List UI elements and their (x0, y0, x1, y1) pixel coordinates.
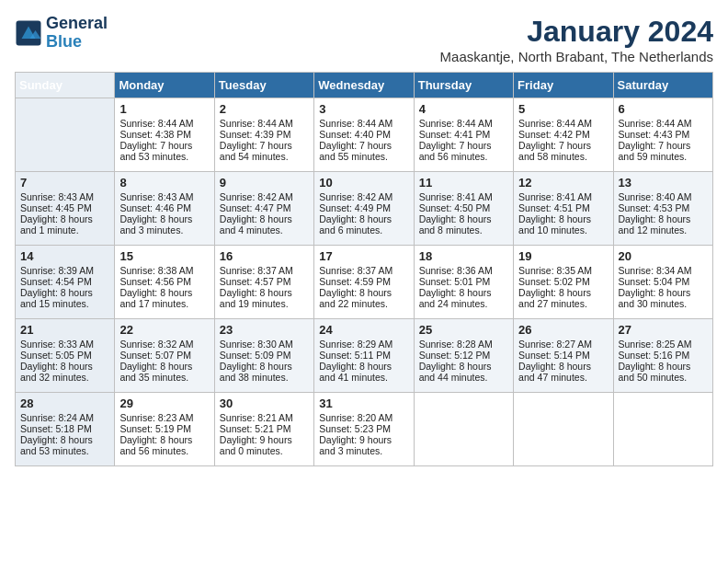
day-number: 19 (518, 249, 608, 263)
calendar-cell: 31Sunrise: 8:20 AMSunset: 5:23 PMDayligh… (314, 393, 414, 466)
day-number: 18 (419, 249, 508, 263)
sunset-time: Sunset: 4:54 PM (20, 276, 109, 287)
calendar-cell (16, 98, 115, 172)
sunset-time: Sunset: 4:51 PM (518, 202, 608, 213)
day-number: 29 (119, 396, 209, 410)
sunset-time: Sunset: 5:01 PM (419, 276, 508, 287)
sunrise-time: Sunrise: 8:21 AM (220, 412, 309, 423)
sunrise-time: Sunrise: 8:36 AM (419, 265, 508, 276)
calendar-cell (414, 393, 513, 466)
sunrise-time: Sunrise: 8:41 AM (518, 191, 608, 202)
sunset-time: Sunset: 5:02 PM (518, 276, 608, 287)
day-number: 22 (119, 323, 209, 337)
column-header-monday: Monday (115, 73, 214, 98)
daylight-hours: Daylight: 8 hours and 27 minutes. (518, 287, 608, 309)
day-number: 24 (319, 323, 408, 337)
sunrise-time: Sunrise: 8:43 AM (119, 191, 209, 202)
calendar-cell: 15Sunrise: 8:38 AMSunset: 4:56 PMDayligh… (115, 246, 214, 319)
calendar-cell: 23Sunrise: 8:30 AMSunset: 5:09 PMDayligh… (214, 319, 313, 393)
calendar-cell: 29Sunrise: 8:23 AMSunset: 5:19 PMDayligh… (115, 393, 214, 466)
sunrise-time: Sunrise: 8:40 AM (619, 191, 708, 202)
day-number: 28 (20, 396, 109, 410)
daylight-hours: Daylight: 8 hours and 53 minutes. (20, 434, 109, 456)
daylight-hours: Daylight: 8 hours and 44 minutes. (419, 361, 508, 383)
week-row-5: 28Sunrise: 8:24 AMSunset: 5:18 PMDayligh… (16, 393, 713, 466)
sunrise-time: Sunrise: 8:38 AM (119, 265, 209, 276)
sunset-time: Sunset: 4:40 PM (319, 129, 408, 140)
day-number: 17 (319, 249, 408, 263)
sunrise-time: Sunrise: 8:43 AM (20, 191, 109, 202)
sunset-time: Sunset: 5:07 PM (119, 350, 209, 361)
location: Maaskantje, North Brabant, The Netherlan… (440, 49, 713, 64)
sunset-time: Sunset: 4:59 PM (319, 276, 408, 287)
sunrise-time: Sunrise: 8:41 AM (419, 191, 508, 202)
week-row-1: 1Sunrise: 8:44 AMSunset: 4:38 PMDaylight… (16, 98, 713, 172)
sunset-time: Sunset: 5:18 PM (20, 423, 109, 434)
calendar-cell: 4Sunrise: 8:44 AMSunset: 4:41 PMDaylight… (414, 98, 513, 172)
day-number: 23 (220, 323, 309, 337)
calendar-cell: 26Sunrise: 8:27 AMSunset: 5:14 PMDayligh… (514, 319, 613, 393)
sunrise-time: Sunrise: 8:44 AM (619, 118, 708, 129)
calendar-cell: 17Sunrise: 8:37 AMSunset: 4:59 PMDayligh… (314, 246, 414, 319)
sunset-time: Sunset: 4:50 PM (419, 202, 508, 213)
calendar-cell: 10Sunrise: 8:42 AMSunset: 4:49 PMDayligh… (314, 172, 414, 246)
title-block: January 2024 Maaskantje, North Brabant, … (440, 15, 713, 64)
day-number: 14 (20, 249, 109, 263)
sunrise-time: Sunrise: 8:37 AM (220, 265, 309, 276)
daylight-hours: Daylight: 7 hours and 56 minutes. (419, 140, 508, 162)
sunrise-time: Sunrise: 8:34 AM (619, 265, 708, 276)
calendar-cell: 20Sunrise: 8:34 AMSunset: 5:04 PMDayligh… (613, 246, 712, 319)
calendar-cell: 8Sunrise: 8:43 AMSunset: 4:46 PMDaylight… (115, 172, 214, 246)
sunrise-time: Sunrise: 8:44 AM (419, 118, 508, 129)
sunset-time: Sunset: 4:57 PM (220, 276, 309, 287)
day-number: 31 (319, 396, 408, 410)
daylight-hours: Daylight: 8 hours and 32 minutes. (20, 361, 109, 383)
calendar-cell: 22Sunrise: 8:32 AMSunset: 5:07 PMDayligh… (115, 319, 214, 393)
day-number: 9 (220, 176, 309, 190)
calendar-cell: 1Sunrise: 8:44 AMSunset: 4:38 PMDaylight… (115, 98, 214, 172)
sunrise-time: Sunrise: 8:27 AM (518, 339, 608, 350)
sunrise-time: Sunrise: 8:39 AM (20, 265, 109, 276)
sunrise-time: Sunrise: 8:28 AM (419, 339, 508, 350)
calendar-cell: 3Sunrise: 8:44 AMSunset: 4:40 PMDaylight… (314, 98, 414, 172)
sunrise-time: Sunrise: 8:44 AM (119, 118, 209, 129)
column-header-saturday: Saturday (613, 73, 712, 98)
sunset-time: Sunset: 4:53 PM (619, 202, 708, 213)
day-number: 25 (419, 323, 508, 337)
sunrise-time: Sunrise: 8:29 AM (319, 339, 408, 350)
daylight-hours: Daylight: 8 hours and 3 minutes. (119, 213, 209, 236)
daylight-hours: Daylight: 9 hours and 0 minutes. (220, 434, 309, 456)
sunset-time: Sunset: 4:45 PM (20, 202, 109, 213)
daylight-hours: Daylight: 8 hours and 50 minutes. (619, 361, 708, 383)
calendar-cell: 18Sunrise: 8:36 AMSunset: 5:01 PMDayligh… (414, 246, 513, 319)
sunrise-time: Sunrise: 8:44 AM (220, 118, 309, 129)
sunset-time: Sunset: 5:19 PM (119, 423, 209, 434)
logo-line1: General (46, 15, 108, 33)
logo-text: General Blue (46, 15, 108, 52)
calendar-cell: 28Sunrise: 8:24 AMSunset: 5:18 PMDayligh… (16, 393, 115, 466)
daylight-hours: Daylight: 8 hours and 19 minutes. (220, 287, 309, 309)
day-number: 21 (20, 323, 109, 337)
calendar-cell: 2Sunrise: 8:44 AMSunset: 4:39 PMDaylight… (214, 98, 313, 172)
daylight-hours: Daylight: 8 hours and 8 minutes. (419, 213, 508, 236)
daylight-hours: Daylight: 8 hours and 24 minutes. (419, 287, 508, 309)
calendar-cell (514, 393, 613, 466)
calendar-cell (613, 393, 712, 466)
sunset-time: Sunset: 4:42 PM (518, 129, 608, 140)
day-number: 7 (20, 176, 109, 190)
column-header-thursday: Thursday (414, 73, 513, 98)
sunset-time: Sunset: 4:43 PM (619, 129, 708, 140)
calendar-cell: 14Sunrise: 8:39 AMSunset: 4:54 PMDayligh… (16, 246, 115, 319)
sunrise-time: Sunrise: 8:44 AM (319, 118, 408, 129)
day-number: 27 (619, 323, 708, 337)
daylight-hours: Daylight: 7 hours and 54 minutes. (220, 140, 309, 162)
calendar-cell: 27Sunrise: 8:25 AMSunset: 5:16 PMDayligh… (613, 319, 712, 393)
sunrise-time: Sunrise: 8:37 AM (319, 265, 408, 276)
day-number: 5 (518, 102, 608, 116)
daylight-hours: Daylight: 8 hours and 4 minutes. (220, 213, 309, 236)
sunset-time: Sunset: 5:09 PM (220, 350, 309, 361)
sunset-time: Sunset: 5:16 PM (619, 350, 708, 361)
daylight-hours: Daylight: 7 hours and 58 minutes. (518, 140, 608, 162)
calendar-cell: 7Sunrise: 8:43 AMSunset: 4:45 PMDaylight… (16, 172, 115, 246)
daylight-hours: Daylight: 8 hours and 6 minutes. (319, 213, 408, 236)
